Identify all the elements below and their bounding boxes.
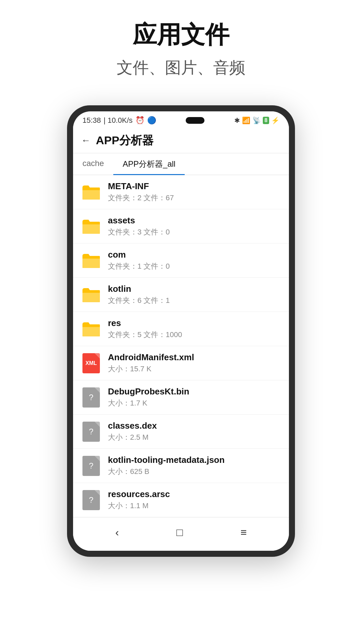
folder-icon: [81, 216, 101, 236]
back-button[interactable]: ←: [81, 135, 90, 146]
tabs: cache APP分析器_all: [73, 153, 289, 175]
file-info: DebugProbesKt.bin 大小：1.7 K: [108, 386, 281, 408]
list-item[interactable]: assets 文件夹：3 文件：0: [73, 209, 289, 244]
phone-inner: 15:38 | 10.0K/s ⏰ 🔵 ✱ 📶 📡 8 ⚡ ← APP分析器: [73, 111, 289, 551]
file-info: res 文件夹：5 文件：1000: [108, 318, 281, 340]
folder-icon: [81, 251, 101, 271]
file-info: META-INF 文件夹：2 文件：67: [108, 181, 281, 203]
list-item[interactable]: ? resources.arsc 大小：1.1 M: [73, 483, 289, 517]
file-info: kotlin-tooling-metadata.json 大小：625 B: [108, 455, 281, 477]
app-bar: ← APP分析器: [73, 128, 289, 153]
file-info: com 文件夹：1 文件：0: [108, 250, 281, 271]
battery-icon: 8: [263, 117, 269, 124]
list-item[interactable]: res 文件夹：5 文件：1000: [73, 312, 289, 346]
page-title: 应用文件: [117, 20, 245, 49]
file-info: resources.arsc 大小：1.1 M: [108, 489, 281, 511]
generic-file-icon: ?: [81, 456, 101, 476]
generic-file-icon: ?: [81, 387, 101, 408]
list-item[interactable]: ? DebugProbesKt.bin 大小：1.7 K: [73, 380, 289, 415]
file-info: assets 文件夹：3 文件：0: [108, 215, 281, 237]
file-info: kotlin 文件夹：6 文件：1: [108, 284, 281, 306]
status-bar: 15:38 | 10.0K/s ⏰ 🔵 ✱ 📶 📡 8 ⚡: [73, 111, 289, 128]
lightning-icon: ⚡: [271, 116, 280, 124]
bluetooth-icon: ✱: [234, 116, 240, 124]
file-info: AndroidManifest.xml 大小：15.7 K: [108, 352, 281, 374]
nav-home-button[interactable]: □: [170, 524, 189, 541]
list-item[interactable]: ? kotlin-tooling-metadata.json 大小：625 B: [73, 449, 289, 483]
camera-notch: [186, 117, 204, 124]
bottom-nav: ‹ □ ≡: [73, 517, 289, 551]
status-right: ✱ 📶 📡 8 ⚡: [234, 116, 280, 124]
list-item[interactable]: META-INF 文件夹：2 文件：67: [73, 175, 289, 209]
page-subtitle: 文件、图片、音频: [117, 57, 245, 78]
status-app-icon: 🔵: [147, 116, 156, 125]
status-left: 15:38 | 10.0K/s ⏰ 🔵: [82, 116, 156, 125]
generic-file-icon: ?: [81, 490, 101, 510]
generic-file-icon: ?: [81, 422, 101, 442]
nav-menu-button[interactable]: ≡: [234, 524, 253, 541]
list-item[interactable]: ? classes.dex 大小：2.5 M: [73, 415, 289, 449]
tab-all[interactable]: APP分析器_all: [113, 153, 185, 175]
app-bar-title: APP分析器: [96, 133, 154, 148]
list-item[interactable]: XML AndroidManifest.xml 大小：15.7 K: [73, 346, 289, 380]
list-item[interactable]: kotlin 文件夹：6 文件：1: [73, 278, 289, 312]
xml-file-icon: XML: [81, 353, 101, 373]
list-item[interactable]: com 文件夹：1 文件：0: [73, 244, 289, 278]
status-speed: | 10.0K/s: [104, 116, 132, 125]
tab-cache[interactable]: cache: [73, 153, 113, 175]
signal-icon: 📶: [242, 116, 250, 124]
file-list: META-INF 文件夹：2 文件：67 assets 文件夹：3 文件：0: [73, 175, 289, 517]
folder-icon: [81, 182, 101, 202]
nav-back-button[interactable]: ‹: [109, 524, 126, 541]
phone-frame: 15:38 | 10.0K/s ⏰ 🔵 ✱ 📶 📡 8 ⚡ ← APP分析器: [67, 105, 295, 557]
folder-icon: [81, 319, 101, 339]
wifi-icon: 📡: [252, 116, 261, 124]
folder-icon: [81, 285, 101, 305]
status-time: 15:38: [82, 116, 101, 125]
page-header: 应用文件 文件、图片、音频: [103, 0, 259, 85]
file-info: classes.dex 大小：2.5 M: [108, 421, 281, 442]
status-alarm-icon: ⏰: [135, 116, 144, 125]
